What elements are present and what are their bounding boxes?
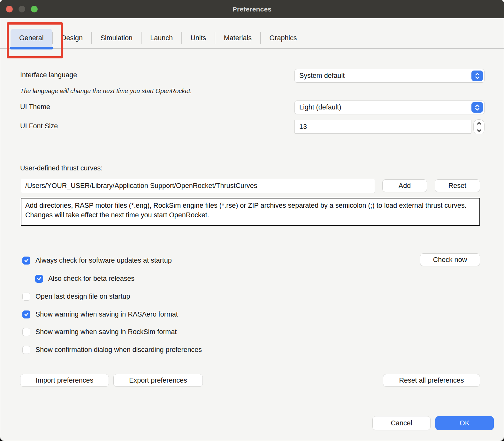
checkbox-warn-rocksim[interactable]: [22, 328, 30, 336]
ui-theme-label: UI Theme: [20, 103, 50, 111]
checkbox-check-updates[interactable]: [22, 257, 30, 265]
tab-design[interactable]: Design: [53, 29, 91, 47]
chevron-up-down-icon: [471, 102, 483, 113]
tab-label: Simulation: [100, 34, 132, 42]
add-button[interactable]: Add: [382, 179, 427, 192]
ui-theme-value: Light (default): [295, 103, 471, 111]
ok-button[interactable]: OK: [435, 416, 494, 430]
tab-label: Launch: [150, 34, 173, 42]
close-icon[interactable]: [6, 6, 13, 12]
export-preferences-button[interactable]: Export preferences: [113, 374, 203, 387]
titlebar: Preferences: [0, 0, 504, 18]
ui-font-size-label: UI Font Size: [20, 122, 58, 130]
checkmark-icon: [37, 276, 42, 281]
checkbox-warn-rasaero[interactable]: [22, 310, 30, 318]
ui-font-size-value: 13: [295, 123, 307, 131]
checkmark-icon: [24, 258, 29, 263]
tab-label: Graphics: [270, 34, 297, 42]
thrust-curves-info-text: Add directories, RASP motor files (*.eng…: [21, 198, 480, 226]
tabbar-divider: [0, 48, 504, 49]
maximize-icon[interactable]: [31, 6, 38, 12]
thrust-curves-label: User-defined thrust curves:: [20, 164, 103, 172]
reset-button[interactable]: Reset: [435, 179, 480, 192]
checkmark-icon: [24, 312, 29, 317]
checkbox-confirm-discard[interactable]: [22, 346, 30, 354]
tab-label: General: [19, 34, 44, 42]
minimize-icon[interactable]: [19, 6, 25, 12]
tab-label: Units: [190, 34, 206, 42]
interface-language-select[interactable]: System default: [294, 69, 485, 83]
traffic-lights: [6, 0, 38, 18]
option-label-open-last-design[interactable]: Open last design file on startup: [35, 293, 130, 301]
option-row: Open last design file on startup: [22, 292, 130, 301]
tab-general[interactable]: General: [11, 29, 52, 47]
option-row: Show warning when saving in RASAero form…: [22, 310, 178, 319]
cancel-button[interactable]: Cancel: [372, 416, 431, 430]
thrust-curves-path-value: /Users/YOUR_USER/Library/Application Sup…: [21, 182, 257, 190]
checkbox-open-last-design[interactable]: [22, 293, 30, 301]
checkbox-check-beta[interactable]: [35, 275, 43, 283]
ui-font-size-stepper: [473, 119, 485, 134]
tab-launch[interactable]: Launch: [141, 29, 181, 47]
language-note: The language will change the next time y…: [20, 87, 192, 95]
option-row: Always check for software updates at sta…: [22, 256, 172, 265]
option-label-confirm-discard[interactable]: Show confirmation dialog when discarding…: [35, 346, 202, 354]
thrust-curves-path-input[interactable]: /Users/YOUR_USER/Library/Application Sup…: [21, 179, 375, 193]
stepper-up-button[interactable]: [474, 120, 484, 127]
tab-bar: GeneralDesignSimulationLaunchUnitsMateri…: [11, 29, 306, 47]
stepper-down-button[interactable]: [474, 127, 484, 134]
chevron-up-icon: [477, 122, 482, 125]
option-row: Also check for beta releases: [35, 274, 134, 283]
tab-graphics[interactable]: Graphics: [261, 29, 306, 47]
option-label-warn-rocksim[interactable]: Show warning when saving in RockSim form…: [35, 328, 177, 336]
check-now-button[interactable]: Check now: [420, 253, 480, 266]
chevron-up-down-icon: [471, 71, 483, 81]
preferences-window: Preferences GeneralDesignSimulationLaunc…: [0, 0, 504, 441]
tab-label: Materials: [224, 34, 252, 42]
option-label-check-updates[interactable]: Always check for software updates at sta…: [35, 257, 172, 265]
tab-units[interactable]: Units: [182, 29, 215, 47]
option-label-warn-rasaero[interactable]: Show warning when saving in RASAero form…: [35, 310, 178, 318]
window-title: Preferences: [0, 5, 504, 13]
tab-label: Design: [61, 34, 83, 42]
import-preferences-button[interactable]: Import preferences: [20, 374, 109, 387]
interface-language-label: Interface language: [20, 71, 77, 79]
option-row: Show warning when saving in RockSim form…: [22, 327, 177, 336]
chevron-down-icon: [477, 129, 482, 132]
tab-simulation[interactable]: Simulation: [92, 29, 141, 47]
reset-all-preferences-button[interactable]: Reset all preferences: [383, 374, 480, 387]
ui-font-size-input[interactable]: 13: [294, 120, 471, 134]
interface-language-value: System default: [295, 72, 471, 80]
option-label-check-beta[interactable]: Also check for beta releases: [48, 275, 134, 283]
tab-materials[interactable]: Materials: [215, 29, 260, 47]
ui-theme-select[interactable]: Light (default): [294, 101, 485, 114]
option-row: Show confirmation dialog when discarding…: [22, 345, 202, 354]
